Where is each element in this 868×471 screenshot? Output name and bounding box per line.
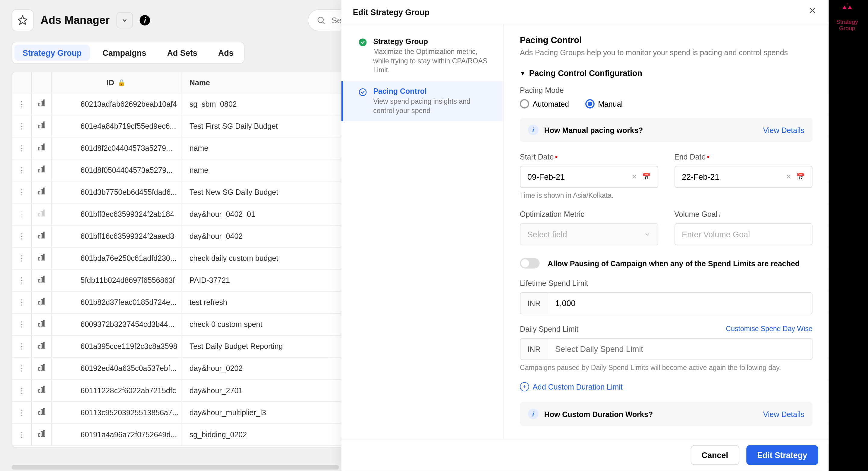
clear-icon[interactable]: ✕: [631, 173, 637, 181]
pacing-heading: Pacing Control: [520, 35, 812, 45]
column-id-header[interactable]: ID: [107, 79, 114, 87]
pacing-sub: Ads Pacing Groups help you to monitor yo…: [520, 48, 812, 57]
row-menu-icon[interactable]: ⋮: [18, 232, 26, 241]
chart-icon[interactable]: [37, 187, 45, 197]
info-icon[interactable]: i: [719, 212, 720, 218]
radio-manual[interactable]: Manual: [585, 99, 623, 109]
svg-rect-5: [43, 100, 44, 106]
chart-icon[interactable]: [37, 231, 45, 241]
row-menu-icon: ⋮: [18, 210, 26, 218]
info-icon[interactable]: i: [140, 15, 150, 26]
chart-icon[interactable]: [37, 143, 45, 153]
row-menu-icon[interactable]: ⋮: [18, 276, 26, 285]
row-menu-icon[interactable]: ⋮: [18, 144, 26, 153]
row-menu-icon[interactable]: ⋮: [18, 320, 26, 329]
row-menu-icon[interactable]: ⋮: [18, 166, 26, 175]
radio-icon: [520, 99, 529, 109]
config-section-toggle[interactable]: ▼ Pacing Control Configuration: [520, 68, 812, 78]
svg-point-1: [318, 17, 323, 23]
row-menu-icon[interactable]: ⋮: [18, 122, 26, 130]
volume-goal-input[interactable]: [674, 223, 812, 245]
chart-icon[interactable]: [37, 165, 45, 175]
chart-icon[interactable]: [37, 99, 45, 109]
close-button[interactable]: [808, 6, 817, 18]
customise-spend-link[interactable]: Customise Spend Day Wise: [726, 325, 812, 333]
svg-line-2: [323, 22, 325, 24]
strategy-group-badge[interactable]: Strategy Group: [833, 2, 861, 31]
row-menu-icon[interactable]: ⋮: [18, 386, 26, 395]
svg-rect-16: [41, 189, 42, 194]
currency-prefix: INR: [520, 293, 548, 314]
column-name-header[interactable]: Name: [190, 79, 210, 87]
svg-rect-19: [41, 211, 42, 216]
chart-icon[interactable]: [37, 253, 45, 263]
edit-strategy-button[interactable]: Edit Strategy: [746, 445, 818, 465]
tab-ads[interactable]: Ads: [208, 42, 244, 63]
row-id: 601b82d37feac0185d724e...: [52, 292, 181, 313]
opt-metric-select[interactable]: Select field: [520, 223, 658, 245]
row-id: 6009372b3237454cd3b44...: [52, 314, 181, 335]
add-custom-duration-link[interactable]: + Add Custom Duration Limit: [520, 382, 812, 391]
volume-goal-label: Volume Goali: [674, 210, 812, 218]
chart-icon[interactable]: [37, 297, 45, 307]
row-id: 60111228c2f6022ab7215dfc: [52, 380, 181, 401]
daily-limit-input-group: INR: [520, 338, 812, 360]
row-menu-icon[interactable]: ⋮: [18, 100, 26, 109]
svg-marker-0: [19, 16, 27, 24]
svg-rect-46: [41, 410, 42, 414]
svg-rect-13: [41, 167, 42, 172]
calendar-icon[interactable]: 📅: [642, 173, 650, 181]
row-menu-icon[interactable]: ⋮: [18, 188, 26, 197]
chart-icon[interactable]: [37, 319, 45, 329]
calendar-icon[interactable]: 📅: [796, 173, 805, 181]
chart-icon[interactable]: [37, 408, 45, 418]
favorite-button[interactable]: [11, 9, 33, 31]
svg-rect-40: [41, 365, 42, 370]
row-menu-icon[interactable]: ⋮: [18, 254, 26, 263]
svg-rect-17: [43, 188, 44, 194]
horizontal-scrollbar[interactable]: [11, 465, 339, 470]
end-date-label: End Date•: [674, 153, 812, 161]
row-menu-icon[interactable]: ⋮: [18, 408, 26, 417]
chart-icon[interactable]: [37, 430, 45, 440]
chart-icon[interactable]: [37, 121, 45, 131]
row-menu-icon[interactable]: ⋮: [18, 430, 26, 439]
start-date-input[interactable]: 09-Feb-21 ✕📅: [520, 166, 658, 188]
svg-rect-36: [38, 346, 39, 348]
chart-icon[interactable]: [37, 275, 45, 285]
svg-rect-50: [43, 430, 44, 436]
svg-rect-24: [38, 258, 39, 260]
allow-pausing-label: Allow Pausing of Campaign when any of th…: [548, 259, 800, 267]
chevron-down-icon: [644, 231, 650, 238]
tab-campaigns[interactable]: Campaigns: [92, 42, 157, 63]
step-strategy-group[interactable]: Strategy Group Maximize the Optimization…: [341, 31, 503, 81]
chart-icon[interactable]: [37, 363, 45, 373]
tab-strategy-group[interactable]: Strategy Group: [14, 45, 90, 61]
plus-circle-icon: +: [520, 382, 529, 391]
svg-rect-33: [38, 324, 39, 326]
tab-ad-sets[interactable]: Ad Sets: [157, 42, 208, 63]
row-menu-icon[interactable]: ⋮: [18, 364, 26, 373]
timezone-note: Time is shown in Asia/Kolkata.: [520, 191, 812, 199]
clear-icon[interactable]: ✕: [786, 173, 792, 181]
start-date-label: Start Date•: [520, 153, 658, 161]
view-details-link[interactable]: View Details: [763, 410, 804, 418]
svg-rect-28: [41, 277, 42, 282]
svg-rect-35: [43, 320, 44, 326]
radio-automated[interactable]: Automated: [520, 99, 569, 109]
step-pacing-control[interactable]: Pacing Control View spend pacing insight…: [341, 81, 503, 121]
allow-pausing-toggle[interactable]: [520, 258, 539, 269]
view-details-link[interactable]: View Details: [763, 125, 804, 134]
svg-rect-15: [38, 191, 39, 194]
row-menu-icon[interactable]: ⋮: [18, 298, 26, 307]
lifetime-limit-input[interactable]: [548, 293, 812, 314]
daily-limit-input[interactable]: [548, 338, 812, 359]
app-switcher[interactable]: [117, 12, 133, 28]
svg-rect-11: [43, 144, 44, 150]
chart-icon[interactable]: [37, 341, 45, 351]
row-menu-icon[interactable]: ⋮: [18, 342, 26, 351]
svg-rect-14: [43, 166, 44, 172]
cancel-button[interactable]: Cancel: [690, 445, 739, 465]
chart-icon[interactable]: [37, 386, 45, 395]
end-date-input[interactable]: 22-Feb-21 ✕📅: [674, 166, 812, 188]
